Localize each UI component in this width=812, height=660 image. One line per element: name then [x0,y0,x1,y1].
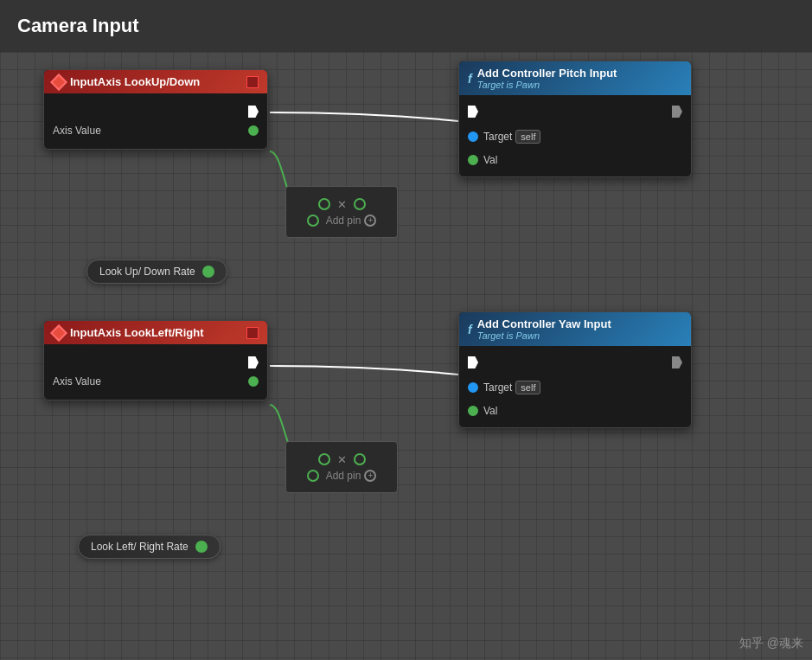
node-input-lookupdown[interactable]: InputAxis LookUp/Down Axis Value [43,69,268,150]
node-body-yaw: Target self Val [459,346,691,427]
reroute-upper-left-pin[interactable] [318,198,330,210]
pitch-target-pin[interactable] [468,131,478,142]
axis-value-row-2: Axis Value [53,372,259,391]
node-add-pitch-input[interactable]: f Add Controller Pitch Input Target is P… [458,61,692,177]
reroute-lower-bottom-left-pin[interactable] [307,470,319,482]
pitch-exec-in-pin[interactable] [468,106,478,118]
reroute-lower-pins: ✕ [318,453,366,466]
close-button-lookleftright[interactable] [246,327,259,339]
exec-output-row [53,102,259,121]
variable-lookleftright-rate[interactable]: Look Left/ Right Rate [78,535,221,559]
reroute-upper-bottom-left-pin[interactable] [307,215,319,227]
reroute-node-upper[interactable]: ✕ Add pin + [285,186,398,238]
watermark: 知乎 @魂来 [739,636,803,651]
pitch-val-row: Val [468,151,682,170]
yaw-target-pin[interactable] [468,382,478,393]
title-bar: Camera Input [0,0,812,52]
node-subtitle-yaw: Target is Pawn [477,330,611,341]
node-header-yaw: f Add Controller Yaw Input Target is Paw… [459,312,691,346]
blueprint-canvas[interactable]: InputAxis LookUp/Down Axis Value InputAx… [0,52,812,660]
pitch-val-pin[interactable] [468,155,478,165]
diamond-icon [50,74,67,91]
pitch-exec-row [468,102,682,121]
yaw-exec-in-pin[interactable] [468,356,478,368]
node-header-pitch: f Add Controller Pitch Input Target is P… [459,61,691,95]
yaw-target-row: Target self [468,377,682,398]
yaw-exec-out-pin[interactable] [672,356,682,368]
node-add-yaw-input[interactable]: f Add Controller Yaw Input Target is Paw… [458,311,692,428]
variable-lookleftright-pin[interactable] [195,541,208,553]
reroute-upper-pins: ✕ [318,198,366,211]
reroute-upper-x[interactable]: ✕ [337,198,347,211]
pitch-target-self: self [515,130,540,144]
page-title: Camera Input [17,15,139,37]
node-title-lookupdown: InputAxis LookUp/Down [70,75,200,88]
axis-value-label: Axis Value [53,125,101,137]
node-body-lookupdown: Axis Value [44,93,267,149]
yaw-target-self: self [515,381,540,394]
axis-value-row: Axis Value [53,121,259,140]
reroute-upper-addpin: ✕ [337,198,347,211]
yaw-target-label: Target [483,381,512,394]
exec-output-pin-2[interactable] [248,356,259,368]
exec-output-row-2 [53,353,259,372]
pitch-exec-out-pin[interactable] [672,106,682,118]
exec-output-pin[interactable] [248,106,259,118]
pitch-target-label: Target [483,131,512,143]
reroute-node-lower[interactable]: ✕ Add pin + [285,441,398,493]
node-body-pitch: Target self Val [459,95,691,176]
yaw-val-row: Val [468,401,682,420]
func-icon-yaw: f [468,323,472,336]
node-header-lookupdown: InputAxis LookUp/Down [44,70,267,93]
variable-lookupdown-label: Look Up/ Down Rate [99,266,195,278]
reroute-lower-x[interactable]: ✕ [337,453,347,466]
reroute-lower-addpin2[interactable]: Add pin + [326,470,377,482]
reroute-upper-right-pin[interactable] [354,198,366,210]
axis-value-pin[interactable] [248,125,259,136]
yaw-val-label: Val [483,405,497,417]
add-pin-label-lower: Add pin [326,470,361,482]
node-header-lookleftright: InputAxis LookLeft/Right [44,321,267,344]
add-pin-label-upper: Add pin [326,215,361,227]
node-body-lookleftright: Axis Value [44,344,267,400]
plus-icon-upper[interactable]: + [364,215,376,227]
variable-lookleftright-label: Look Left/ Right Rate [91,541,189,553]
variable-lookupdown-rate[interactable]: Look Up/ Down Rate [86,260,227,284]
reroute-upper-bottom-row: Add pin + [307,215,377,227]
axis-value-pin-2[interactable] [248,376,259,387]
reroute-lower-addpin: ✕ [337,453,347,466]
reroute-lower-left-pin[interactable] [318,453,330,465]
func-icon-pitch: f [468,72,472,86]
node-title-yaw: Add Controller Yaw Input [477,317,611,330]
node-title-lookleftright: InputAxis LookLeft/Right [70,326,204,339]
axis-value-label-2: Axis Value [53,375,101,388]
plus-icon-lower[interactable]: + [364,470,376,482]
node-title-pitch: Add Controller Pitch Input [477,67,617,80]
pitch-target-row: Target self [468,126,682,147]
yaw-val-pin[interactable] [468,406,478,416]
reroute-lower-right-pin[interactable] [354,453,366,465]
diamond-icon-2 [50,324,67,342]
node-subtitle-pitch: Target is Pawn [477,80,617,90]
reroute-lower-bottom-row: Add pin + [307,470,377,482]
variable-lookupdown-pin[interactable] [202,266,214,278]
yaw-exec-row [468,353,682,372]
close-button-lookupdown[interactable] [246,76,259,88]
node-input-lookleftright[interactable]: InputAxis LookLeft/Right Axis Value [43,320,268,400]
pitch-val-label: Val [483,154,497,166]
reroute-upper-addpin2[interactable]: Add pin + [326,215,377,227]
